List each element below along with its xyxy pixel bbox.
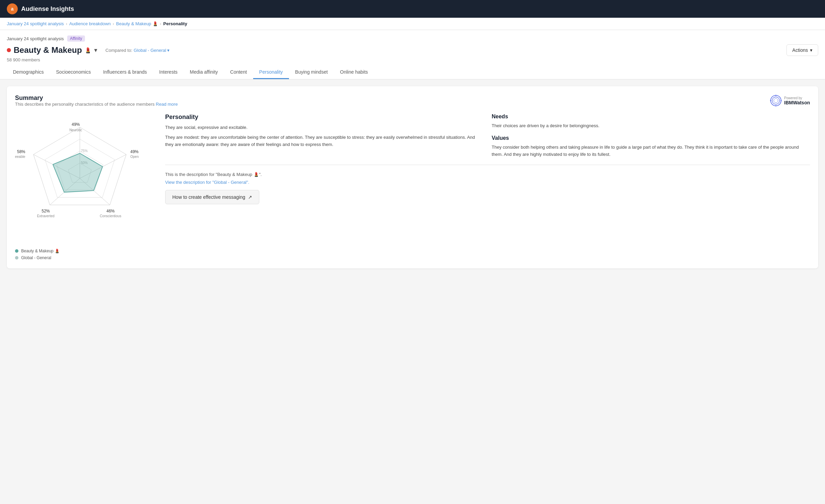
summary-card: Summary This describes the personality c… xyxy=(7,86,818,268)
svg-text:58%: 58% xyxy=(17,149,25,154)
audience-emoji: 💄 xyxy=(85,47,91,54)
app-logo: a Audiense Insights xyxy=(7,3,74,14)
page-header: January 24 spotlight analysis Affinity B… xyxy=(0,30,825,79)
radar-chart: 75% 50% xyxy=(15,114,145,243)
legend-dot-beauty xyxy=(15,249,18,253)
svg-point-1 xyxy=(772,97,780,104)
read-more-link[interactable]: Read more xyxy=(156,102,178,107)
affinity-badge: Affinity xyxy=(67,35,85,42)
personality-text-2: They are modest: they are uncomfortable … xyxy=(165,134,483,148)
description-note: This is the description for "Beauty & Ma… xyxy=(165,172,810,177)
nav-tab-media-affinity[interactable]: Media affinity xyxy=(184,66,224,79)
breadcrumb: January 24 spotlight analysis › Audience… xyxy=(0,18,825,30)
external-link-icon: ↗ xyxy=(248,194,252,200)
values-text: They consider both helping others and ta… xyxy=(492,144,810,158)
svg-text:Agreeable: Agreeable xyxy=(15,155,25,159)
nav-tab-demographics[interactable]: Demographics xyxy=(7,66,50,79)
ibm-watson-text: Powered by IBMWatson xyxy=(784,96,810,105)
needs-title: Needs xyxy=(492,114,810,120)
radar-legend: Beauty & Makeup 💄 Global - General xyxy=(15,249,151,260)
personality-grid: Personality They are social, expressive … xyxy=(165,114,810,158)
breadcrumb-sep-1: › xyxy=(66,21,67,26)
svg-marker-18 xyxy=(53,153,103,192)
legend-label-global: Global - General xyxy=(21,255,51,260)
messaging-label: How to create effective messaging xyxy=(172,194,245,200)
breadcrumb-item-2[interactable]: Audience breakdown xyxy=(69,21,111,26)
personality-side: Personality They are social, expressive … xyxy=(165,114,810,260)
svg-text:Open: Open xyxy=(130,155,139,159)
nav-tab-influencers-brands[interactable]: Influencers & brands xyxy=(97,66,153,79)
breadcrumb-current: Personality xyxy=(163,21,187,26)
breadcrumb-item-1[interactable]: January 24 spotlight analysis xyxy=(7,21,64,26)
content-divider xyxy=(165,165,810,165)
topbar: a Audiense Insights xyxy=(0,0,825,18)
ibm-watson-badge: Powered by IBMWatson xyxy=(770,94,810,107)
personality-title: Personality xyxy=(165,114,483,121)
audience-dropdown-button[interactable]: ▾ xyxy=(94,46,97,54)
values-title: Values xyxy=(492,135,810,141)
compared-to: Compared to: Global - General ▾ xyxy=(105,48,170,53)
needs-text: Their choices are driven by a desire for… xyxy=(492,122,810,130)
svg-text:Neurotic: Neurotic xyxy=(69,128,82,132)
svg-text:49%: 49% xyxy=(130,149,139,154)
app-name: Audiense Insights xyxy=(21,5,74,13)
analysis-label: January 24 spotlight analysis xyxy=(7,36,64,41)
audience-name: Beauty & Makeup xyxy=(14,45,82,55)
breadcrumb-item-3[interactable]: Beauty & Makeup 💄 xyxy=(116,21,158,26)
summary-header-left: Summary This describes the personality c… xyxy=(15,94,178,107)
audience-color-dot xyxy=(7,48,11,52)
compared-to-label: Compared to: xyxy=(105,48,132,53)
audience-title-row: Beauty & Makeup 💄 ▾ Compared to: Global … xyxy=(7,44,818,56)
members-count: 58 900 members xyxy=(7,57,818,62)
nav-tab-personality[interactable]: Personality xyxy=(253,66,289,79)
svg-text:75%: 75% xyxy=(81,149,88,153)
nav-tab-socioeconomics[interactable]: Socioeconomics xyxy=(50,66,97,79)
audience-left: Beauty & Makeup 💄 ▾ Compared to: Global … xyxy=(7,45,170,55)
nav-tab-buying-mindset[interactable]: Buying mindset xyxy=(289,66,334,79)
analysis-label-row: January 24 spotlight analysis Affinity xyxy=(7,35,818,42)
svg-text:49%: 49% xyxy=(72,122,80,127)
actions-button[interactable]: Actions ▾ xyxy=(786,44,818,56)
legend-item-beauty: Beauty & Makeup 💄 xyxy=(15,249,151,253)
svg-point-2 xyxy=(774,99,778,103)
nav-tab-content[interactable]: Content xyxy=(224,66,253,79)
summary-description: This describes the personality character… xyxy=(15,102,178,107)
svg-text:52%: 52% xyxy=(42,209,50,213)
chart-side: 75% 50% xyxy=(15,114,151,260)
needs-values-col: Needs Their choices are driven by a desi… xyxy=(492,114,810,158)
actions-label: Actions xyxy=(792,47,808,53)
breadcrumb-sep-2: › xyxy=(113,21,114,26)
summary-title: Summary xyxy=(15,94,178,102)
logo-icon: a xyxy=(7,3,18,14)
legend-label-beauty: Beauty & Makeup 💄 xyxy=(21,249,60,253)
actions-chevron-icon: ▾ xyxy=(810,47,812,53)
nav-tab-interests[interactable]: Interests xyxy=(153,66,184,79)
nav-tab-online-habits[interactable]: Online habits xyxy=(334,66,374,79)
personality-text-1: They are social, expressive and excitabl… xyxy=(165,124,483,131)
svg-text:46%: 46% xyxy=(106,209,115,213)
legend-dot-global xyxy=(15,256,18,260)
summary-header: Summary This describes the personality c… xyxy=(15,94,810,107)
view-global-link[interactable]: View the description for "Global - Gener… xyxy=(165,180,249,185)
ibm-watson-icon xyxy=(770,94,782,107)
svg-text:Extraverted: Extraverted xyxy=(37,214,54,218)
breadcrumb-sep-3: › xyxy=(160,21,161,26)
radar-svg: 75% 50% xyxy=(15,114,145,243)
legend-item-global: Global - General xyxy=(15,255,151,260)
personality-col: Personality They are social, expressive … xyxy=(165,114,483,158)
svg-text:Conscientious: Conscientious xyxy=(100,214,121,218)
messaging-button[interactable]: How to create effective messaging ↗ xyxy=(165,190,259,204)
compared-to-value[interactable]: Global - General ▾ xyxy=(134,48,170,53)
nav-tabs: DemographicsSocioeconomicsInfluencers & … xyxy=(7,66,818,79)
content-grid: 75% 50% xyxy=(15,114,810,260)
main-content: Summary This describes the personality c… xyxy=(0,79,825,275)
